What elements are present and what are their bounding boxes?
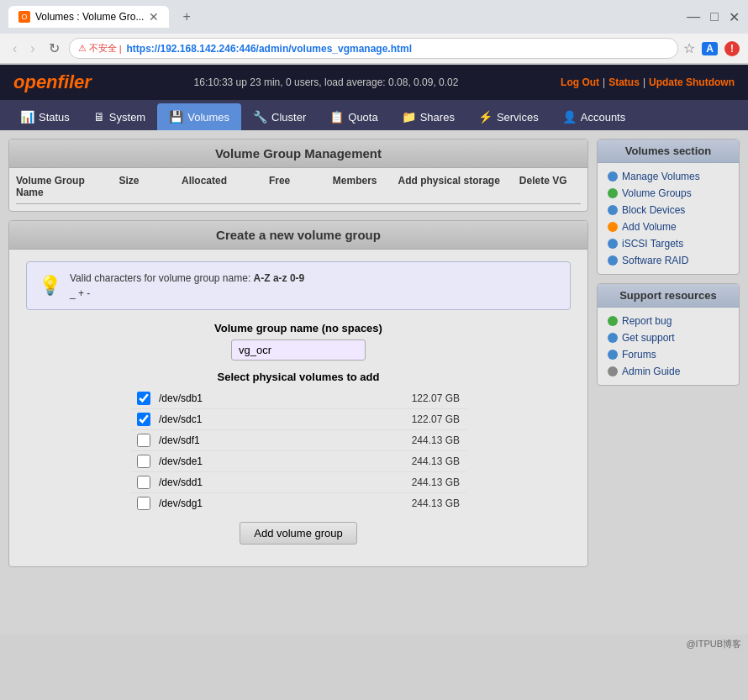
sidebar-volumes-items: Manage Volumes Volume Groups Block Devic… (598, 163, 739, 274)
sidebar-volumes-section: Volumes section Manage Volumes Volume Gr… (597, 139, 740, 275)
new-tab-button[interactable]: + (176, 5, 197, 29)
pv-check-sdb1[interactable] (137, 392, 150, 405)
sidebar-item-manage-volumes[interactable]: Manage Volumes (604, 168, 732, 185)
back-button[interactable]: ‹ (8, 39, 21, 58)
pv-row-sde1: /dev/sde1 244.13 GB (130, 451, 466, 472)
create-vg-body: 💡 Valid characters for volume group name… (9, 250, 587, 566)
forward-button[interactable]: › (26, 39, 39, 58)
update-link[interactable]: Update Shutdown (649, 76, 735, 88)
logout-link[interactable]: Log Out (561, 76, 599, 88)
sidebar-support-title: Support resources (598, 284, 739, 308)
reload-button[interactable]: ↻ (45, 39, 64, 58)
maximize-button[interactable]: □ (710, 9, 719, 24)
sidebar-item-add-volume[interactable]: Add Volume (604, 218, 732, 235)
pv-size-sdb1: 122.07 GB (412, 392, 460, 404)
sidebar-item-iscsi-targets[interactable]: iSCSI Targets (604, 235, 732, 252)
sidebar-label-get-support: Get support (622, 332, 675, 344)
nav-volumes[interactable]: 💾 Volumes (157, 103, 241, 130)
sidebar-dot-volume-groups (608, 188, 618, 198)
sidebar-label-forums: Forums (622, 349, 656, 361)
extension-a-icon[interactable]: A (702, 42, 718, 55)
app: openfiler 16:10:33 up 23 min, 0 users, l… (0, 65, 748, 654)
sidebar-label-report-bug: Report bug (622, 315, 672, 327)
close-window-button[interactable]: ✕ (729, 9, 740, 25)
sidebar-dot-iscsi-targets (608, 239, 618, 249)
nav-accounts[interactable]: 👤 Accounts (550, 103, 637, 130)
sidebar-item-get-support[interactable]: Get support (604, 329, 732, 346)
nav-services[interactable]: ⚡ Services (466, 103, 550, 130)
sidebar-item-block-devices[interactable]: Block Devices (604, 202, 732, 218)
nav-shares-label: Shares (420, 111, 455, 124)
extension-red-icon[interactable]: ! (724, 41, 740, 56)
pv-check-sdf1[interactable] (137, 434, 150, 447)
pv-check-sde1[interactable] (137, 455, 150, 468)
pv-row-sdd1: /dev/sdd1 244.13 GB (130, 472, 466, 493)
pv-select-label: Select physical volumes to add (218, 371, 380, 383)
nav-shares[interactable]: 📁 Shares (390, 103, 466, 130)
nav-volumes-label: Volumes (187, 111, 229, 124)
services-nav-icon: ⚡ (478, 110, 493, 124)
browser-tab[interactable]: O Volumes : Volume Gro... ✕ (8, 6, 169, 28)
sidebar-label-iscsi-targets: iSCSI Targets (622, 238, 683, 250)
add-volume-group-button[interactable]: Add volume group (240, 522, 357, 545)
sidebar-item-report-bug[interactable]: Report bug (604, 313, 732, 329)
pv-size-sdd1: 244.13 GB (412, 476, 460, 488)
address-input[interactable]: ⚠ 不安全 | https://192.168.142.246:446/admi… (69, 38, 679, 59)
app-header: openfiler 16:10:33 up 23 min, 0 users, l… (0, 65, 748, 100)
bookmark-icon[interactable]: ☆ (683, 40, 695, 56)
nav-cluster-label: Cluster (271, 111, 306, 124)
pv-size-sdg1: 244.13 GB (412, 497, 460, 509)
browser-chrome: O Volumes : Volume Gro... ✕ + — □ ✕ ‹ › … (0, 0, 748, 65)
vg-col-size: Size (92, 175, 167, 198)
vg-management-title: Volume Group Management (9, 139, 587, 168)
pv-row-sdb1: /dev/sdb1 122.07 GB (130, 388, 466, 409)
header-sep2: | (643, 76, 645, 88)
pv-select-group: Select physical volumes to add /dev/sdb1… (26, 371, 571, 545)
pv-row-sdf1: /dev/sdf1 244.13 GB (130, 430, 466, 451)
vg-management-section: Volume Group Management Volume Group Nam… (8, 139, 588, 212)
title-bar-left: O Volumes : Volume Gro... ✕ + (8, 5, 198, 29)
vg-table: Volume Group Name Size Allocated Free Me… (9, 168, 587, 211)
sidebar-dot-admin-guide (608, 366, 618, 376)
volumes-nav-icon: 💾 (169, 110, 183, 124)
sidebar-dot-report-bug (608, 316, 618, 326)
sidebar: Volumes section Manage Volumes Volume Gr… (597, 139, 740, 626)
shares-nav-icon: 📁 (402, 110, 416, 124)
nav-status[interactable]: 📊 Status (8, 103, 82, 130)
nav-accounts-label: Accounts (581, 111, 625, 124)
accounts-nav-icon: 👤 (562, 110, 577, 124)
sidebar-item-volume-groups[interactable]: Volume Groups (604, 185, 732, 202)
tab-close-button[interactable]: ✕ (149, 10, 159, 24)
pv-device-sdc1: /dev/sdc1 (159, 413, 403, 425)
quota-nav-icon: 📋 (329, 110, 344, 124)
sidebar-item-admin-guide[interactable]: Admin Guide (604, 363, 732, 380)
status-link[interactable]: Status (608, 76, 640, 88)
sidebar-dot-software-raid (608, 255, 618, 266)
vg-name-input[interactable] (231, 339, 366, 361)
vg-col-delete: Delete VG (505, 175, 581, 198)
pv-check-sdd1[interactable] (137, 476, 150, 489)
pv-check-sdc1[interactable] (137, 413, 150, 426)
create-vg-title: Create a new volume group (9, 221, 587, 250)
minimize-button[interactable]: — (687, 9, 700, 24)
nav-system-label: System (109, 111, 145, 124)
tab-favicon: O (18, 11, 30, 23)
nav-quota[interactable]: 📋 Quota (318, 103, 389, 130)
sidebar-support-items: Report bug Get support Forums Admin Guid… (598, 308, 739, 385)
vg-col-free: Free (242, 175, 318, 198)
security-badge: ⚠ 不安全 | (78, 42, 122, 55)
hint-text: Valid characters for volume group name: … (70, 271, 304, 301)
hint-chars2: _ + - (70, 287, 90, 299)
nav-system[interactable]: 🖥 System (82, 103, 157, 130)
pv-check-sdg1[interactable] (137, 497, 150, 510)
nav-services-label: Services (497, 111, 539, 124)
sidebar-item-forums[interactable]: Forums (604, 346, 732, 363)
vg-col-members: Members (317, 175, 392, 198)
sidebar-dot-forums (608, 350, 618, 360)
sidebar-item-software-raid[interactable]: Software RAID (604, 252, 732, 269)
nav-cluster[interactable]: 🔧 Cluster (241, 103, 318, 130)
title-bar: O Volumes : Volume Gro... ✕ + — □ ✕ (0, 0, 748, 34)
sidebar-dot-manage-volumes (608, 171, 618, 182)
pv-table: /dev/sdb1 122.07 GB /dev/sdc1 122.07 GB … (130, 388, 466, 513)
sidebar-label-add-volume: Add Volume (622, 221, 677, 233)
